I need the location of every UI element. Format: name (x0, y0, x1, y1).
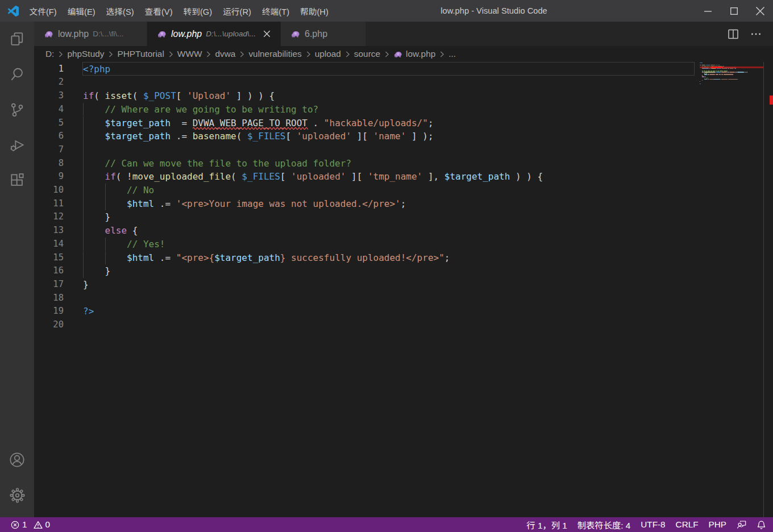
line-number: 9 (34, 170, 64, 184)
minimap-token (729, 72, 735, 73)
extensions-icon[interactable] (0, 163, 34, 198)
eol-setting[interactable]: CRLF (671, 517, 704, 532)
code-token: . (307, 118, 324, 128)
search-icon[interactable] (0, 57, 34, 92)
run-debug-icon[interactable] (0, 127, 34, 163)
minimap-token (715, 72, 716, 73)
breadcrumb-item[interactable]: phpStudy (67, 49, 104, 59)
close-window-button[interactable] (747, 0, 773, 22)
code-line[interactable]: // Where are we going to be writing to? (83, 103, 318, 117)
line-number: 16 (34, 264, 64, 278)
code-line[interactable]: // Can we move the file to the upload fo… (83, 157, 351, 171)
breadcrumb-item[interactable]: upload (315, 49, 341, 59)
code-token: $html (127, 198, 154, 209)
indentation-setting[interactable]: 制表符长度: 4 (572, 517, 636, 532)
line-number: 6 (34, 130, 64, 143)
menu-file[interactable]: 文件(F) (24, 0, 62, 22)
code-line[interactable]: // No (83, 184, 154, 197)
account-icon[interactable] (0, 442, 34, 477)
minimap-token (746, 72, 746, 73)
notifications-button[interactable] (751, 517, 767, 532)
source-control-icon[interactable] (0, 92, 34, 127)
breadcrumb-item[interactable]: D: (45, 49, 54, 59)
bell-icon (757, 520, 766, 530)
code-line[interactable]: else { (83, 224, 138, 238)
cursor-position[interactable]: 行 1，列 1 (521, 517, 572, 532)
minimap-token (704, 79, 707, 80)
explorer-icon[interactable] (0, 22, 34, 57)
line-number: 20 (34, 318, 64, 332)
language-mode[interactable]: PHP (704, 517, 732, 532)
minimap-token (705, 76, 705, 77)
line-number: 19 (34, 305, 64, 318)
breadcrumb-item[interactable]: vulnerabilities (248, 49, 301, 59)
breadcrumb-item-file[interactable]: low.php (393, 49, 435, 59)
code-token: } (83, 279, 89, 290)
line-number: 5 (34, 117, 64, 130)
indent-guide (83, 143, 84, 157)
breadcrumb-item[interactable]: source (354, 49, 380, 59)
code-token: ], (422, 171, 444, 182)
code-editor[interactable]: 1<?php23if( isset( $_POST[ 'Upload' ] ) … (34, 62, 773, 517)
minimap-border (763, 62, 764, 517)
minimap-token (716, 72, 720, 73)
code-token: else (105, 225, 127, 236)
minimap-error-line (700, 66, 763, 68)
breadcrumb-item[interactable]: WWW (177, 49, 202, 59)
tab-6.php[interactable]: 6.php (281, 22, 366, 46)
minimize-button[interactable] (695, 0, 721, 22)
code-token: } (83, 265, 110, 276)
maximize-button[interactable] (721, 0, 747, 22)
breadcrumb-item[interactable]: ... (448, 49, 456, 59)
code-line[interactable]: } (83, 264, 110, 278)
line-number: 7 (34, 143, 64, 157)
code-token: .= (171, 131, 193, 142)
code-line[interactable]: $html .= '<pre>Your image was not upload… (83, 197, 406, 211)
tab-file-icon (290, 30, 300, 38)
close-tab-icon[interactable] (261, 28, 272, 40)
minimap-token (713, 79, 720, 80)
chevron-right-icon (204, 50, 213, 59)
code-line[interactable]: } (83, 210, 110, 224)
menu-bar: 文件(F)编辑(E)选择(S)查看(V)转到(G)运行(R)终端(T)帮助(H) (24, 0, 334, 22)
feedback-icon (737, 520, 746, 529)
code-line[interactable]: if( !move_uploaded_file( $_FILES[ 'uploa… (83, 170, 543, 184)
chevron-right-icon (106, 50, 115, 59)
code-token: ][ (346, 171, 368, 182)
code-line[interactable]: } (83, 278, 89, 292)
code-line[interactable]: ?> (83, 305, 94, 318)
minimap-token (721, 72, 727, 73)
feedback-button[interactable] (732, 517, 751, 532)
menu-edit[interactable]: 编辑(E) (62, 0, 101, 22)
code-token: [ (280, 171, 291, 182)
code-line[interactable]: $target_path .= basename( $_FILES[ 'uplo… (83, 130, 434, 143)
problems-indicator[interactable]: 1 0 (11, 519, 55, 530)
breadcrumb-item[interactable]: dvwa (215, 49, 235, 59)
menu-run[interactable]: 运行(R) (218, 0, 257, 22)
encoding-setting[interactable]: UTF-8 (635, 517, 670, 532)
overview-ruler-error-mark[interactable] (770, 95, 773, 105)
code-line[interactable]: if( isset( $_POST[ 'Upload' ] ) ) { (83, 89, 275, 103)
code-line[interactable]: $html .= "<pre>{$target_path} succesfull… (83, 251, 450, 265)
code-token: "hackable/uploads/" (324, 118, 428, 128)
code-token: isset (105, 90, 132, 101)
minimap-token (733, 74, 733, 75)
settings-gear-icon[interactable] (0, 477, 34, 513)
breadcrumb-item[interactable]: PHPTutorial (117, 49, 164, 59)
tab-low.php-fi[interactable]: low.phpD:\...\fi\... (34, 22, 147, 46)
menu-help[interactable]: 帮助(H) (295, 0, 334, 22)
code-line[interactable]: // Yes! (83, 238, 165, 251)
split-editor-button[interactable] (724, 22, 742, 46)
menu-terminal[interactable]: 终端(T) (256, 0, 294, 22)
code-token: = (171, 118, 193, 128)
more-actions-button[interactable] (747, 22, 765, 46)
menu-view[interactable]: 查看(V) (139, 0, 178, 22)
code-token: 'uploaded' (297, 131, 351, 142)
menu-go[interactable]: 转到(G) (178, 0, 218, 22)
line-number: 3 (34, 89, 64, 103)
menu-selection[interactable]: 选择(S) (101, 0, 139, 22)
line-number: 1 (34, 63, 64, 76)
code-line[interactable]: <?php (83, 63, 110, 76)
code-token: $html (127, 252, 154, 263)
tab-low.php-upload[interactable]: low.phpD:\...\upload\... (147, 22, 281, 46)
